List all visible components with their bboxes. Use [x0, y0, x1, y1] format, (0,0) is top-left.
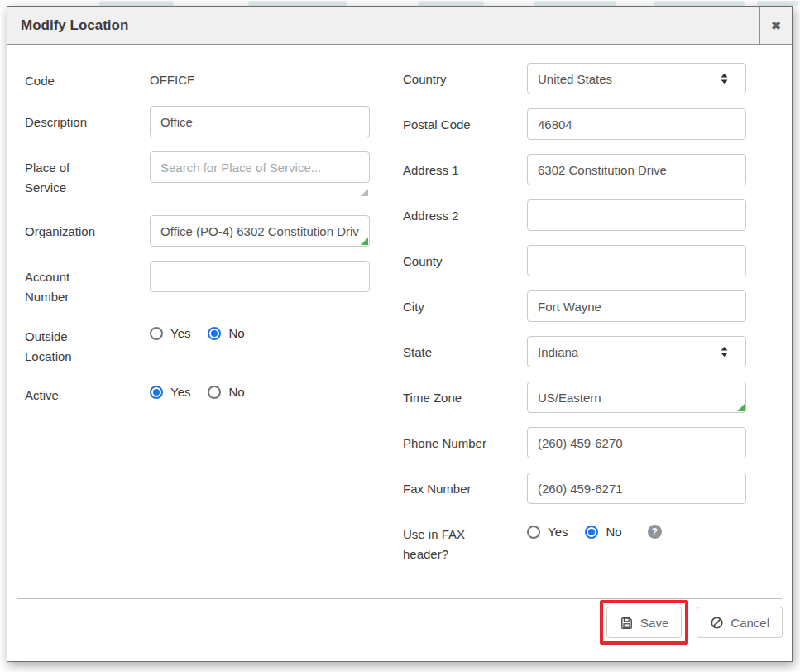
fax-number-input[interactable]: [527, 473, 746, 504]
account-number-row: Account Number: [25, 261, 370, 307]
save-button[interactable]: Save: [606, 607, 682, 638]
fax-header-no-radio[interactable]: No: [585, 526, 621, 539]
save-button-label: Save: [640, 616, 668, 630]
code-label: Code: [25, 65, 150, 91]
state-select[interactable]: Indiana: [527, 336, 746, 367]
radio-circle-icon: [208, 386, 221, 399]
save-annotation-highlight: Save: [600, 600, 688, 645]
state-row: State Indiana: [403, 336, 746, 367]
close-icon: ✖: [771, 19, 781, 32]
account-number-input[interactable]: [150, 261, 370, 292]
radio-circle-icon: [585, 526, 598, 539]
time-zone-resize-handle-icon[interactable]: [737, 404, 745, 411]
outside-location-label: Outside Location: [25, 320, 150, 367]
phone-number-row: Phone Number: [403, 427, 746, 458]
fax-header-label: Use in FAX header?: [403, 518, 527, 564]
code-row: Code OFFICE: [25, 65, 370, 91]
fax-number-row: Fax Number: [403, 473, 746, 504]
postal-code-label: Postal Code: [403, 108, 527, 140]
address2-input[interactable]: [527, 199, 746, 231]
address2-label: Address 2: [403, 199, 527, 231]
organization-row: Organization: [25, 215, 370, 247]
active-no-radio[interactable]: No: [208, 386, 244, 399]
outside-location-no-radio[interactable]: No: [208, 327, 244, 340]
city-input[interactable]: [527, 290, 746, 322]
active-yes-radio[interactable]: Yes: [150, 386, 190, 399]
postal-code-input[interactable]: [527, 108, 746, 140]
time-zone-input[interactable]: [527, 382, 746, 413]
address1-input[interactable]: [527, 154, 746, 185]
cancel-button[interactable]: Cancel: [697, 607, 783, 638]
fax-header-yes-radio[interactable]: Yes: [527, 526, 568, 539]
close-button[interactable]: ✖: [759, 7, 792, 44]
code-value: OFFICE: [150, 65, 370, 89]
organization-resize-handle-icon[interactable]: [361, 238, 368, 245]
form-column-right: Country United States Postal Code Addres…: [403, 63, 746, 578]
help-icon[interactable]: ?: [648, 525, 662, 539]
time-zone-label: Time Zone: [403, 382, 527, 413]
country-select[interactable]: United States: [527, 63, 746, 94]
fax-header-row: Use in FAX header? Yes No ?: [403, 518, 746, 564]
county-label: County: [403, 245, 527, 276]
radio-circle-icon: [527, 526, 540, 539]
active-label: Active: [25, 379, 150, 406]
active-row: Active Yes No: [25, 379, 370, 406]
dialog-title: Modify Location: [7, 7, 759, 44]
ban-icon: [710, 616, 724, 630]
phone-number-input[interactable]: [527, 427, 746, 458]
account-number-label: Account Number: [25, 261, 150, 307]
place-of-service-input[interactable]: [150, 151, 370, 183]
radio-circle-icon: [150, 386, 163, 399]
fax-number-label: Fax Number: [403, 473, 527, 504]
outside-location-row: Outside Location Yes No: [25, 320, 370, 367]
address2-row: Address 2: [403, 199, 746, 231]
postal-code-row: Postal Code: [403, 108, 746, 140]
county-input[interactable]: [527, 245, 746, 276]
description-label: Description: [25, 106, 150, 137]
country-label: Country: [403, 63, 527, 94]
state-label: State: [403, 336, 527, 367]
city-row: City: [403, 290, 746, 322]
outside-location-yes-radio[interactable]: Yes: [150, 327, 190, 340]
form-column-left: Code OFFICE Description Place of Service…: [25, 65, 370, 420]
radio-circle-icon: [150, 327, 163, 340]
organization-input[interactable]: [150, 215, 370, 247]
cancel-button-label: Cancel: [731, 616, 769, 630]
description-input[interactable]: [150, 106, 370, 137]
country-row: Country United States: [403, 63, 746, 94]
modify-location-dialog: Modify Location ✖ Code OFFICE Descriptio…: [7, 6, 793, 662]
address1-label: Address 1: [403, 154, 527, 185]
page-behind-modal: [0, 0, 800, 6]
place-of-service-row: Place of Service: [25, 151, 370, 198]
place-of-service-resize-handle-icon[interactable]: [361, 189, 368, 196]
select-arrows-icon: [720, 346, 729, 358]
county-row: County: [403, 245, 746, 276]
time-zone-row: Time Zone: [403, 382, 746, 413]
place-of-service-label: Place of Service: [25, 151, 150, 198]
phone-number-label: Phone Number: [403, 427, 527, 458]
address1-row: Address 1: [403, 154, 746, 185]
dialog-header: Modify Location ✖: [7, 7, 792, 45]
radio-circle-icon: [208, 327, 221, 340]
city-label: City: [403, 290, 527, 322]
floppy-disk-icon: [620, 616, 634, 630]
select-arrows-icon: [720, 73, 729, 84]
organization-label: Organization: [25, 215, 150, 247]
description-row: Description: [25, 106, 370, 137]
dialog-footer: Save Cancel: [600, 600, 783, 645]
footer-divider: [17, 598, 782, 599]
